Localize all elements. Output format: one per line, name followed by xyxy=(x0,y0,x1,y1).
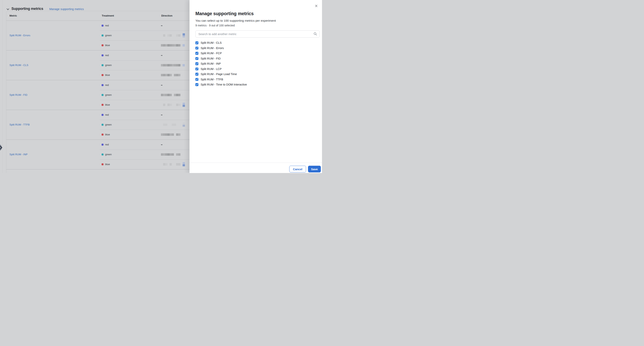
treatment-label: blue xyxy=(105,159,110,169)
treatment-label: blue xyxy=(105,130,110,139)
mini-bar-icon xyxy=(182,162,185,166)
mini-bar-icon xyxy=(182,123,185,127)
metric-item-label: Split RUM - Page Load Time xyxy=(201,72,237,76)
metric-list-item: Split RUM - Errors xyxy=(196,45,318,51)
redacted-direction-value xyxy=(161,163,180,166)
search-input[interactable] xyxy=(196,30,320,38)
treatment-color-dot-icon xyxy=(102,134,104,136)
treatment-label: red xyxy=(105,110,109,120)
treatment-color-dot-icon xyxy=(102,153,104,155)
drawer-footer: Cancel Save xyxy=(190,163,322,173)
manage-supporting-metrics-link[interactable]: Manage supporting metrics xyxy=(49,7,84,11)
metric-checkbox[interactable] xyxy=(196,62,198,65)
direction-empty-dash xyxy=(161,144,162,145)
treatment-label: green xyxy=(105,150,112,159)
close-button[interactable] xyxy=(314,3,319,8)
treatment-label: red xyxy=(105,169,109,173)
metric-list-item: Split RUM - TTFB xyxy=(196,77,318,82)
treatment-color-dot-icon xyxy=(102,94,104,96)
check-icon xyxy=(196,78,198,80)
treatment-color-dot-icon xyxy=(102,124,104,126)
metric-checkbox[interactable] xyxy=(196,52,198,55)
page-title: Supporting metrics xyxy=(12,7,43,11)
panel-divider xyxy=(2,0,3,173)
treatment-label: green xyxy=(105,90,112,100)
treatment-color-dot-icon xyxy=(102,34,104,36)
metric-list-item: Split RUM - Page Load Time xyxy=(196,71,318,77)
treatment-color-dot-icon xyxy=(102,64,104,66)
app-window: Supporting metrics Manage supporting met… xyxy=(0,0,322,173)
treatment-color-dot-icon xyxy=(102,114,104,116)
treatment-color-dot-icon xyxy=(102,144,104,146)
metric-item-label: Split RUM - FID xyxy=(201,57,221,60)
redacted-direction-value xyxy=(161,153,180,156)
chevron-right-icon xyxy=(0,146,2,149)
mini-bar-icon xyxy=(182,33,185,37)
redacted-direction-value xyxy=(161,64,185,66)
treatment-label: red xyxy=(105,140,109,150)
metric-list-item: Split RUM - LCP xyxy=(196,66,318,72)
drawer-title: Manage supporting metrics xyxy=(196,11,254,16)
metric-list-item: Split RUM - FID xyxy=(196,56,318,61)
metric-checkbox[interactable] xyxy=(196,47,198,50)
metric-checkbox[interactable] xyxy=(196,68,198,70)
treatment-label: blue xyxy=(105,40,110,50)
treatment-color-dot-icon xyxy=(102,74,104,76)
metric-item-label: Split RUM - LCP xyxy=(201,67,222,70)
check-icon xyxy=(196,42,198,44)
redacted-direction-value xyxy=(161,124,178,126)
metric-checkbox[interactable] xyxy=(196,83,198,86)
redacted-direction-value xyxy=(161,44,185,46)
metric-item-label: Split RUM - FCP xyxy=(201,52,222,55)
metric-item-label: Split RUM - CLS xyxy=(201,41,222,44)
metric-item-label: Split RUM - Time to DOM Interactive xyxy=(201,83,247,86)
close-icon xyxy=(315,5,318,7)
direction-empty-dash xyxy=(161,25,162,26)
metric-checkbox[interactable] xyxy=(196,73,198,76)
supporting-metrics-header: Supporting metrics Manage supporting met… xyxy=(0,3,189,9)
treatment-label: blue xyxy=(105,70,110,80)
direction-empty-dash xyxy=(161,115,162,115)
treatment-label: red xyxy=(105,21,109,30)
metric-item-label: Split RUM - INP xyxy=(201,62,221,65)
treatment-color-dot-icon xyxy=(102,84,104,86)
treatment-color-dot-icon xyxy=(102,163,104,165)
check-icon xyxy=(196,47,198,49)
metric-checkbox-list: Split RUM - CLSSplit RUM - ErrorsSplit R… xyxy=(196,40,318,87)
check-icon xyxy=(196,68,198,70)
treatment-color-dot-icon xyxy=(102,25,104,26)
treatment-label: green xyxy=(105,120,112,130)
direction-empty-dash xyxy=(161,55,162,56)
search-icon xyxy=(313,32,317,36)
treatment-color-dot-icon xyxy=(102,104,104,106)
redacted-direction-value xyxy=(161,104,180,106)
expand-sidebar-button[interactable] xyxy=(0,144,2,151)
metric-checkbox[interactable] xyxy=(196,78,198,81)
cancel-button[interactable]: Cancel xyxy=(289,166,306,172)
treatment-label: red xyxy=(105,80,109,90)
treatment-label: red xyxy=(105,50,109,60)
metric-list-item: Split RUM - CLS xyxy=(196,40,318,45)
check-icon xyxy=(196,83,198,86)
metric-list-item: Split RUM - Time to DOM Interactive xyxy=(196,82,318,87)
redacted-direction-value xyxy=(161,74,180,76)
search-field-wrap xyxy=(196,30,320,38)
redacted-direction-value xyxy=(161,34,180,37)
redacted-direction-value xyxy=(161,94,180,96)
metric-checkbox[interactable] xyxy=(196,41,198,44)
check-icon xyxy=(196,52,198,54)
selection-count: 9 metrics · 9 out of 100 selected xyxy=(196,24,235,27)
chevron-down-icon[interactable] xyxy=(6,8,9,10)
metric-item-label: Split RUM - Errors xyxy=(201,46,224,50)
treatment-color-dot-icon xyxy=(102,44,104,46)
manage-supporting-metrics-drawer: Manage supporting metrics You can select… xyxy=(190,0,322,173)
metric-list-item: Split RUM - INP xyxy=(196,61,318,66)
check-icon xyxy=(196,63,198,65)
drawer-subtitle: You can select up to 100 supporting metr… xyxy=(196,19,276,22)
save-button[interactable]: Save xyxy=(308,166,321,172)
direction-empty-dash xyxy=(161,85,162,85)
metric-checkbox[interactable] xyxy=(196,57,198,60)
check-icon xyxy=(196,57,198,59)
treatment-color-dot-icon xyxy=(102,54,104,56)
treatment-label: blue xyxy=(105,100,110,110)
